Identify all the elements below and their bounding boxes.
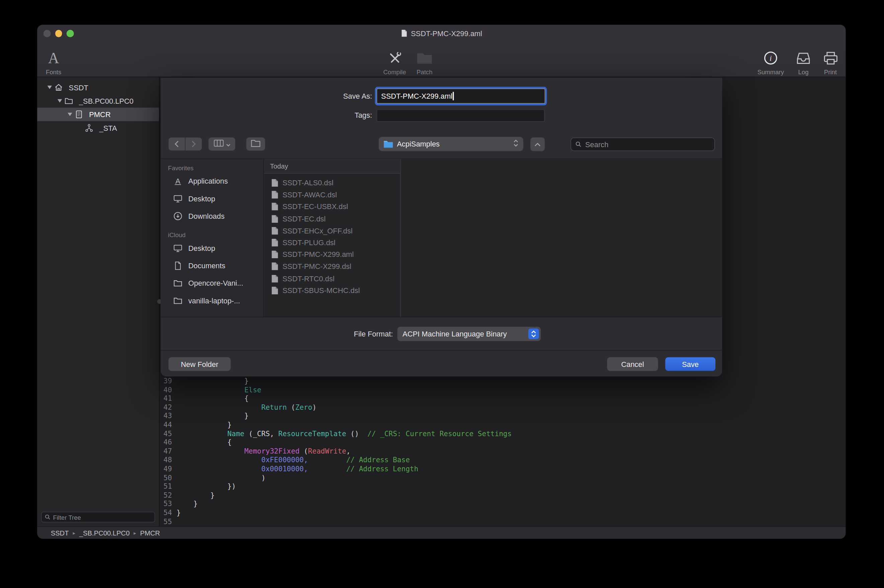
column-view-icon [213, 139, 224, 149]
toolbar-print[interactable]: Print [812, 44, 845, 75]
disclosure-triangle[interactable] [55, 99, 64, 103]
folder-action-button[interactable] [246, 138, 265, 150]
sidebar-item-desktop[interactable]: Desktop [161, 190, 263, 207]
line-text: } [176, 500, 197, 508]
file-icon [271, 274, 278, 283]
tree-item--sta[interactable]: _STA [37, 121, 159, 135]
line-text: { [176, 438, 231, 447]
forward-button[interactable] [185, 138, 202, 150]
tree-item-label: _SB.PC00.LPC0 [79, 97, 134, 105]
sidebar-item-documents[interactable]: Documents [161, 257, 263, 274]
line-text: Memory32Fixed (ReadWrite, [176, 447, 350, 456]
line-text: } [176, 420, 231, 429]
sidebar-item-label: Opencore-Vani... [188, 279, 243, 287]
method-icon [85, 123, 94, 132]
cancel-button[interactable]: Cancel [607, 357, 658, 370]
view-mode-button[interactable] [209, 138, 235, 150]
breadcrumb-item[interactable]: _SB.PC00.LPC0 [79, 529, 130, 537]
line-number: 42 [160, 403, 172, 411]
sidebar-item-label: Documents [188, 261, 225, 270]
sidebar-item-applications[interactable]: AApplications [161, 172, 263, 190]
save-button[interactable]: Save [665, 357, 715, 370]
code-line-53: 53 } [160, 500, 846, 508]
save-as-input[interactable]: SSDT-PMC-X299.aml [377, 88, 545, 104]
file-item-ssdt-rtc0-dsl[interactable]: SSDT-RTC0.dsl [264, 273, 401, 285]
tree-item-ssdt[interactable]: SSDT [37, 81, 159, 94]
back-button[interactable] [169, 138, 185, 150]
search-icon [45, 514, 51, 520]
file-item-ssdt-ec-dsl[interactable]: SSDT-EC.dsl [264, 213, 401, 225]
tree-item-pmcr[interactable]: PMCR [37, 108, 159, 121]
line-text: } [176, 376, 249, 385]
line-text: } [176, 490, 215, 500]
summary-info-icon: i [763, 48, 778, 68]
line-number: 55 [160, 517, 172, 526]
group-header-today: Today [264, 159, 401, 174]
line-number: 43 [160, 412, 172, 420]
history-nav [169, 138, 202, 150]
save-as-value: SSDT-PMC-X299.aml [381, 92, 452, 100]
file-item-ssdt-awac-dsl[interactable]: SSDT-AWAC.dsl [264, 189, 401, 201]
search-field[interactable]: Search [570, 138, 715, 151]
code-line-45: 45 Name (_CRS, ResourceTemplate () // _C… [160, 429, 846, 438]
code-line-55: 55 [160, 517, 846, 526]
fonts-label: Fonts [46, 69, 61, 76]
file-browser: FavoritesAApplicationsDesktopDownloadsiC… [161, 158, 722, 316]
breadcrumb-separator: ▸ [134, 530, 136, 536]
line-number: 48 [160, 456, 172, 464]
divider [161, 317, 722, 317]
breadcrumb-item[interactable]: SSDT [51, 529, 69, 537]
toolbar-patch[interactable]: Patch [407, 44, 443, 75]
folder-blue-icon [383, 140, 393, 148]
file-item-ssdt-ec-usbx-dsl[interactable]: SSDT-EC-USBX.dsl [264, 201, 401, 213]
tree-item-label: _STA [99, 124, 117, 132]
folder-icon [173, 296, 183, 306]
svg-text:A: A [175, 177, 180, 185]
toolbar-summary[interactable]: i Summary [752, 44, 789, 75]
file-item-ssdt-pmc-x299-dsl[interactable]: SSDT-PMC-X299.dsl [264, 261, 401, 273]
breadcrumb-item[interactable]: PMCR [140, 529, 160, 537]
sidebar-item-downloads[interactable]: Downloads [161, 207, 263, 225]
log-label: Log [798, 69, 809, 76]
file-name: SSDT-EC-USBX.dsl [282, 203, 348, 211]
sidebar-item-label: Desktop [188, 244, 215, 252]
code-line-43: 43 } [160, 412, 846, 420]
text-caret [453, 92, 454, 100]
sidebar-section-favorites: FavoritesAApplicationsDesktopDownloads [161, 165, 263, 225]
disclosure-triangle[interactable] [45, 86, 54, 89]
titlebar[interactable]: SSDT-PMC-X299.aml [37, 25, 845, 42]
sidebar-item-vanilla-laptop-[interactable]: vanilla-laptop-... [161, 292, 263, 309]
downloads-icon [173, 212, 183, 221]
file-icon [271, 286, 278, 295]
sidebar-section-header: Favorites [168, 165, 263, 171]
up-button[interactable] [531, 138, 545, 151]
location-popup[interactable]: AcpiSamples [379, 137, 523, 151]
toolbar-fonts[interactable]: A Fonts [37, 44, 72, 75]
tags-input[interactable] [377, 110, 545, 122]
code-line-51: 51 }) [160, 482, 846, 490]
line-number: 44 [160, 420, 172, 429]
sidebar-item-opencore-vani-[interactable]: Opencore-Vani... [161, 274, 263, 292]
file-name: SSDT-EHCx_OFF.dsl [282, 226, 352, 235]
line-number: 41 [160, 394, 172, 403]
folder-icon [251, 140, 261, 148]
location-value: AcpiSamples [397, 140, 440, 148]
desktop-icon [173, 194, 183, 204]
file-item-ssdt-pmc-x299-aml[interactable]: SSDT-PMC-X299.aml [264, 249, 401, 261]
file-item-ssdt-plug-dsl[interactable]: SSDT-PLUG.dsl [264, 237, 401, 249]
file-item-ssdt-ehcx-off-dsl[interactable]: SSDT-EHCx_OFF.dsl [264, 225, 401, 237]
file-item-ssdt-sbus-mchc-dsl[interactable]: SSDT-SBUS-MCHC.dsl [264, 284, 401, 296]
sidebar-item-label: Applications [188, 177, 228, 185]
line-number: 50 [160, 473, 172, 482]
filter-tree-field[interactable]: Filter Tree [41, 512, 155, 522]
disclosure-triangle[interactable] [65, 113, 74, 116]
tree-item--sb-pc00-lpc0[interactable]: _SB.PC00.LPC0 [37, 94, 159, 107]
new-folder-button[interactable]: New Folder [169, 357, 231, 370]
browser-column-1: Today SSDT-ALS0.dslSSDT-AWAC.dslSSDT-EC-… [264, 159, 401, 317]
line-text: { [176, 394, 249, 403]
file-item-ssdt-als0-dsl[interactable]: SSDT-ALS0.dsl [264, 177, 401, 189]
code-line-47: 47 Memory32Fixed (ReadWrite, [160, 447, 846, 456]
sidebar-item-desktop[interactable]: Desktop [161, 240, 263, 257]
toolbar: A Fonts Compile Patch [37, 42, 845, 77]
file-format-popup[interactable]: ACPI Machine Language Binary [398, 327, 541, 341]
